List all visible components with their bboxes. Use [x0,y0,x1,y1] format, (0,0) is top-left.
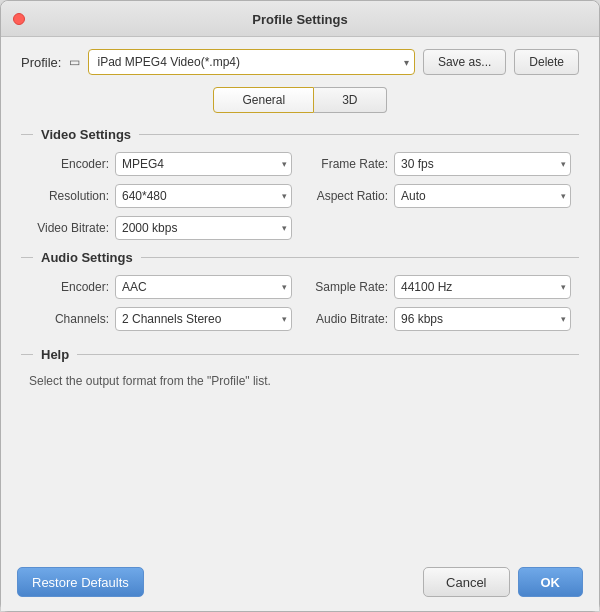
help-section-header: Help [21,347,579,362]
audio-bitrate-row: Audio Bitrate: 96 kbps ▾ [308,307,571,331]
audio-encoder-select-wrapper: AAC ▾ [115,275,292,299]
channels-select[interactable]: 2 Channels Stereo [115,307,292,331]
audio-settings-grid: Encoder: AAC ▾ Sample Rate: 44100 Hz [21,275,579,331]
main-window: Profile Settings Profile: ▭ iPad MPEG4 V… [0,0,600,612]
video-bitrate-select[interactable]: 2000 kbps [115,216,292,240]
profile-row: Profile: ▭ iPad MPEG4 Video(*.mp4) ▾ Sav… [21,49,579,75]
audio-settings-title: Audio Settings [33,250,141,265]
frame-rate-label: Frame Rate: [308,157,388,171]
tabs-row: General 3D [21,87,579,113]
frame-rate-select[interactable]: 30 fps [394,152,571,176]
audio-bitrate-select-wrapper: 96 kbps ▾ [394,307,571,331]
audio-bitrate-select[interactable]: 96 kbps [394,307,571,331]
sample-rate-row: Sample Rate: 44100 Hz ▾ [308,275,571,299]
bottom-right-buttons: Cancel OK [423,567,583,597]
divider-left [21,134,33,135]
audio-encoder-select[interactable]: AAC [115,275,292,299]
close-button[interactable] [13,13,25,25]
save-as-button[interactable]: Save as... [423,49,506,75]
divider-right [141,257,579,258]
sample-rate-label: Sample Rate: [308,280,388,294]
bottom-bar: Restore Defaults Cancel OK [1,557,599,611]
video-bitrate-select-wrapper: 2000 kbps ▾ [115,216,292,240]
profile-select-wrapper: iPad MPEG4 Video(*.mp4) ▾ [88,49,414,75]
frame-rate-select-wrapper: 30 fps ▾ [394,152,571,176]
aspect-ratio-select-wrapper: Auto ▾ [394,184,571,208]
resolution-select-wrapper: 640*480 ▾ [115,184,292,208]
audio-encoder-label: Encoder: [29,280,109,294]
divider-left [21,354,33,355]
delete-button[interactable]: Delete [514,49,579,75]
video-settings-grid: Encoder: MPEG4 ▾ Frame Rate: 30 fps [21,152,579,240]
video-encoder-select-wrapper: MPEG4 ▾ [115,152,292,176]
help-title: Help [33,347,77,362]
cancel-button[interactable]: Cancel [423,567,509,597]
frame-rate-row: Frame Rate: 30 fps ▾ [308,152,571,176]
video-bitrate-row: Video Bitrate: 2000 kbps ▾ [29,216,292,240]
channels-label: Channels: [29,312,109,326]
sample-rate-select-wrapper: 44100 Hz ▾ [394,275,571,299]
resolution-row: Resolution: 640*480 ▾ [29,184,292,208]
video-encoder-select[interactable]: MPEG4 [115,152,292,176]
help-section: Help Select the output format from the "… [21,347,579,390]
video-encoder-row: Encoder: MPEG4 ▾ [29,152,292,176]
help-text: Select the output format from the "Profi… [21,372,579,390]
content-area: Profile: ▭ iPad MPEG4 Video(*.mp4) ▾ Sav… [1,37,599,557]
profile-label: Profile: [21,55,61,70]
ok-button[interactable]: OK [518,567,584,597]
profile-select[interactable]: iPad MPEG4 Video(*.mp4) [88,49,414,75]
sample-rate-select[interactable]: 44100 Hz [394,275,571,299]
aspect-ratio-row: Aspect Ratio: Auto ▾ [308,184,571,208]
audio-settings-section: Audio Settings Encoder: AAC ▾ Sample [21,250,579,331]
title-bar: Profile Settings [1,1,599,37]
tab-3d[interactable]: 3D [314,87,386,113]
video-bitrate-label: Video Bitrate: [29,221,109,235]
audio-bitrate-label: Audio Bitrate: [308,312,388,326]
tab-general[interactable]: General [213,87,314,113]
divider-left [21,257,33,258]
channels-select-wrapper: 2 Channels Stereo ▾ [115,307,292,331]
resolution-label: Resolution: [29,189,109,203]
channels-row: Channels: 2 Channels Stereo ▾ [29,307,292,331]
audio-section-header: Audio Settings [21,250,579,265]
window-title: Profile Settings [252,12,347,27]
video-section-header: Video Settings [21,127,579,142]
video-settings-title: Video Settings [33,127,139,142]
video-encoder-label: Encoder: [29,157,109,171]
tablet-icon: ▭ [69,55,80,69]
resolution-select[interactable]: 640*480 [115,184,292,208]
restore-defaults-button[interactable]: Restore Defaults [17,567,144,597]
divider-right [77,354,579,355]
audio-encoder-row: Encoder: AAC ▾ [29,275,292,299]
aspect-ratio-label: Aspect Ratio: [308,189,388,203]
aspect-ratio-select[interactable]: Auto [394,184,571,208]
video-settings-section: Video Settings Encoder: MPEG4 ▾ Fram [21,127,579,240]
divider-right [139,134,579,135]
